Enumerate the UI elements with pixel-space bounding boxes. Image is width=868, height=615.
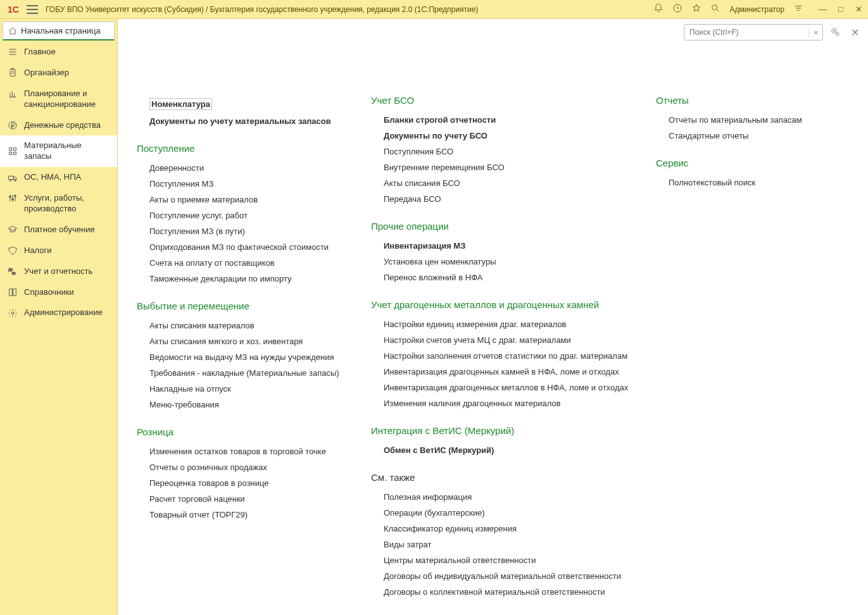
sidebar-item-label: Налоги bbox=[24, 245, 52, 256]
main-menu-icon[interactable] bbox=[27, 5, 38, 14]
ruble-icon bbox=[8, 120, 18, 130]
nav-link[interactable]: Поступления МЗ (в пути) bbox=[149, 223, 346, 239]
sidebar-item-9[interactable]: ДтКтУчет и отчетность bbox=[0, 261, 117, 282]
nav-link[interactable]: Виды затрат bbox=[384, 537, 631, 552]
nav-link[interactable]: Стандартные отчеты bbox=[669, 128, 833, 144]
nav-link[interactable]: Документы по учету материальных запасов bbox=[149, 113, 346, 129]
nav-link[interactable]: Инвентаризация МЗ bbox=[384, 238, 631, 254]
nav-link[interactable]: Таможенные декларации по импорту bbox=[149, 271, 346, 287]
menu-icon bbox=[8, 47, 18, 57]
settings-icon[interactable] bbox=[829, 26, 841, 39]
nav-link[interactable]: Передача БСО bbox=[384, 191, 631, 207]
nav-link[interactable]: Оприходования МЗ по фактической стоимост… bbox=[149, 239, 346, 255]
home-icon bbox=[8, 27, 17, 35]
nav-link[interactable]: Отчеты по материальным запасам bbox=[669, 112, 833, 128]
sidebar-item-label: Денежные средства bbox=[24, 120, 101, 131]
nav-link[interactable]: Поступления БСО bbox=[384, 144, 631, 159]
minimize-button[interactable]: — bbox=[819, 4, 827, 14]
search-box[interactable]: × bbox=[684, 24, 823, 40]
nav-link[interactable]: Требования - накладные (Материальные зап… bbox=[149, 365, 346, 381]
nav-link[interactable]: Бланки строгой отчетности bbox=[384, 112, 631, 128]
sidebar-item-label: Учет и отчетность bbox=[24, 266, 92, 277]
nav-link[interactable]: Накладные на отпуск bbox=[149, 381, 346, 397]
nav-link[interactable]: Номенклатура bbox=[149, 98, 212, 110]
svg-point-17 bbox=[832, 28, 837, 33]
sidebar-item-7[interactable]: Платное обучение bbox=[0, 220, 117, 240]
nav-link[interactable]: Договоры об индивидуальной материальной … bbox=[384, 568, 631, 584]
search-icon[interactable] bbox=[710, 3, 720, 15]
nav-link[interactable]: Полезная информация bbox=[384, 489, 631, 505]
nav-link[interactable]: Инвентаризация драгоценных металлов в НФ… bbox=[384, 380, 631, 395]
svg-rect-8 bbox=[8, 176, 13, 179]
dk-icon: ДтКт bbox=[8, 266, 18, 276]
nav-link[interactable]: Отчеты о розничных продажах bbox=[149, 459, 346, 475]
nav-link[interactable]: Полнотекстовый поиск bbox=[669, 175, 833, 190]
nav-link[interactable]: Внутренние перемещения БСО bbox=[384, 159, 631, 175]
sidebar-item-5[interactable]: ОС, НМА, НПА bbox=[0, 167, 117, 188]
nav-link[interactable]: Документы по учету БСО bbox=[384, 128, 631, 144]
sidebar-item-label: Платное обучение bbox=[24, 225, 95, 235]
sidebar-item-6[interactable]: Услуги, работы, производство bbox=[0, 188, 117, 220]
nav-link[interactable]: Установка цен номенклатуры bbox=[384, 254, 631, 270]
nav-link[interactable]: Договоры о коллективной материальной отв… bbox=[384, 584, 631, 600]
sidebar-item-10[interactable]: Справочники bbox=[0, 282, 117, 303]
sidebar-item-8[interactable]: Налоги bbox=[0, 240, 117, 261]
nav-link[interactable]: Настройки единиц измерения драг. материа… bbox=[384, 316, 631, 332]
sidebar-item-0[interactable]: Главное bbox=[0, 42, 117, 63]
svg-point-16 bbox=[11, 312, 14, 314]
sidebar-item-11[interactable]: Администрирование bbox=[0, 302, 117, 323]
nav-link[interactable]: Меню-требования bbox=[149, 397, 346, 413]
start-page-tab[interactable]: Начальная страница bbox=[3, 22, 115, 40]
nav-link[interactable]: Акты списания материалов bbox=[149, 318, 346, 333]
nav-link[interactable]: Операции (бухгалтерские) bbox=[384, 505, 631, 521]
maximize-button[interactable]: □ bbox=[836, 4, 845, 14]
bell-icon[interactable] bbox=[653, 3, 664, 15]
user-label[interactable]: Администратор bbox=[729, 5, 784, 14]
nav-link[interactable]: Обмен с ВетИС (Меркурий) bbox=[384, 442, 631, 458]
nav-link[interactable]: Изменения наличия драгоценных материалов bbox=[384, 395, 631, 411]
sidebar-item-2[interactable]: Планирование и санкционирование bbox=[0, 84, 117, 115]
nav-link[interactable]: Ведомости на выдачу МЗ на нужды учрежден… bbox=[149, 349, 346, 365]
nav-link[interactable]: Акты о приемке материалов bbox=[149, 192, 346, 208]
nav-link[interactable]: Расчет торговой наценки bbox=[149, 491, 346, 507]
nav-link[interactable]: Перенос вложений в НФА bbox=[384, 270, 631, 285]
grid-icon bbox=[8, 146, 18, 156]
nav-link[interactable]: Доверенности bbox=[149, 160, 346, 176]
sidebar-item-label: Администрирование bbox=[24, 308, 103, 318]
nav-link[interactable]: Поступления МЗ bbox=[149, 176, 346, 192]
history-icon[interactable] bbox=[672, 3, 682, 15]
sidebar-item-4[interactable]: Материальные запасы bbox=[0, 135, 117, 167]
nav-link[interactable]: Переоценка товаров в рознице bbox=[149, 475, 346, 491]
nav-link[interactable]: Акты списания мягкого и хоз. инвентаря bbox=[149, 333, 346, 349]
svg-rect-2 bbox=[10, 70, 15, 77]
nav-link[interactable]: Счета на оплату от поставщиков bbox=[149, 255, 346, 271]
svg-point-18 bbox=[833, 30, 834, 31]
main-panel: × ✕ НоменклатураДокументы по учету матер… bbox=[118, 19, 868, 615]
nav-link[interactable]: Инвентаризация драгоценных камней в НФА,… bbox=[384, 364, 631, 380]
nav-link[interactable]: Классификатор единиц измерения bbox=[384, 521, 631, 537]
nav-link[interactable]: Поступление услуг, работ bbox=[149, 208, 346, 223]
section-head: Учет драгоценных металлов и драгоценных … bbox=[371, 299, 631, 310]
close-button[interactable]: ✕ bbox=[854, 4, 863, 14]
nav-link[interactable]: Настройки счетов учета МЦ с драг. матери… bbox=[384, 332, 631, 348]
sidebar-item-label: Материальные запасы bbox=[24, 140, 110, 162]
close-panel-button[interactable]: ✕ bbox=[847, 27, 863, 39]
sidebar: Начальная страница ГлавноеОрганайзерПлан… bbox=[0, 19, 118, 615]
section-head: Поступление bbox=[137, 143, 346, 154]
star-icon[interactable] bbox=[691, 3, 701, 15]
nav-link[interactable]: Изменения остатков товаров в торговой то… bbox=[149, 444, 346, 459]
nav-link[interactable]: Товарный отчет (ТОРГ29) bbox=[149, 507, 346, 523]
search-clear-button[interactable]: × bbox=[808, 28, 822, 37]
sidebar-item-1[interactable]: Органайзер bbox=[0, 63, 117, 84]
section-head: Учет БСО bbox=[371, 95, 631, 106]
sidebar-item-3[interactable]: Денежные средства bbox=[0, 115, 117, 136]
svg-point-10 bbox=[15, 179, 16, 181]
book-icon bbox=[8, 287, 18, 297]
clipboard-icon bbox=[8, 68, 18, 78]
nav-link[interactable]: Акты списания БСО bbox=[384, 175, 631, 191]
nav-link[interactable]: Настройки заполнения отчетов статистики … bbox=[384, 348, 631, 364]
svg-rect-7 bbox=[13, 152, 16, 155]
search-input[interactable] bbox=[684, 28, 808, 37]
panel-menu-icon[interactable] bbox=[793, 3, 803, 15]
nav-link[interactable]: Центры материальной ответственности bbox=[384, 552, 631, 568]
